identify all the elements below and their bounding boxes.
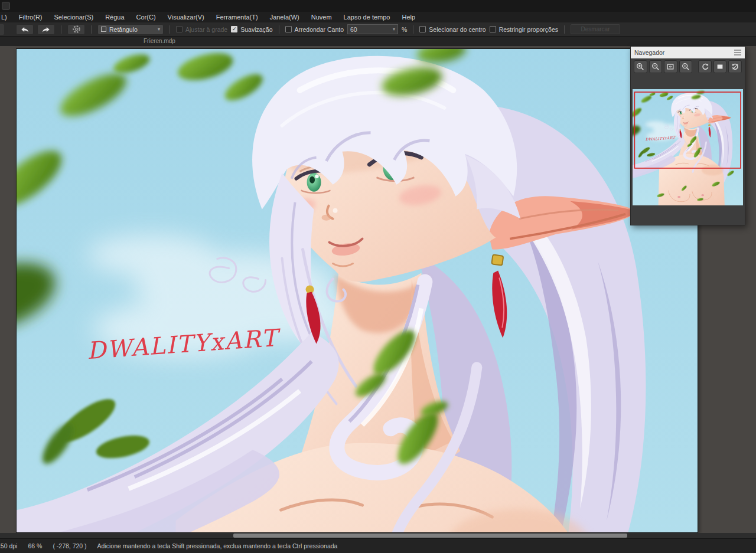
document-tab-strip: Frieren.mdp bbox=[0, 37, 756, 46]
nav-zoom-in-button[interactable] bbox=[634, 60, 647, 73]
keep-ratio-label: Restringir proporções bbox=[499, 26, 558, 33]
separator bbox=[91, 25, 92, 34]
navigator-toolbar bbox=[631, 58, 745, 75]
keep-ratio-checkbox[interactable] bbox=[490, 26, 496, 32]
menu-item-help[interactable]: Help bbox=[396, 12, 421, 22]
app-icon bbox=[2, 2, 10, 10]
navigator-thumbnail[interactable] bbox=[633, 89, 743, 205]
menu-item-regua[interactable]: Régua bbox=[99, 12, 130, 22]
undo-button[interactable] bbox=[16, 24, 34, 35]
separator bbox=[279, 25, 279, 34]
separator bbox=[564, 25, 565, 34]
horizontal-scrollbar-thumb[interactable] bbox=[233, 534, 627, 538]
reset-rotation-icon bbox=[731, 63, 739, 71]
deselect-button[interactable]: Desmarcar bbox=[571, 24, 620, 34]
zoom-in-icon bbox=[636, 63, 644, 71]
app-window: L) Filtro(R) Selecionar(S) Régua Cor(C) … bbox=[0, 0, 756, 553]
title-bar bbox=[0, 0, 756, 12]
nav-reset-rotation-button[interactable] bbox=[728, 60, 742, 73]
nav-zoom-out-button[interactable] bbox=[649, 60, 663, 73]
tool-settings-button[interactable] bbox=[67, 24, 85, 35]
menu-item-lapso-de-tempo[interactable]: Lapso de tempo bbox=[338, 12, 396, 22]
nav-rotate-left-button[interactable] bbox=[698, 60, 712, 73]
gear-icon bbox=[72, 25, 81, 34]
chevron-down-icon: ▾ bbox=[158, 27, 160, 32]
nav-actual-size-button[interactable] bbox=[679, 60, 693, 73]
selection-shape-value: Retângulo bbox=[109, 26, 138, 33]
menu-bar: L) Filtro(R) Selecionar(S) Régua Cor(C) … bbox=[0, 12, 756, 22]
rectangle-shape-icon bbox=[101, 27, 106, 32]
menu-item-nuvem[interactable]: Nuvem bbox=[305, 12, 338, 22]
round-corner-checkbox[interactable] bbox=[285, 26, 292, 32]
canvas-artwork bbox=[17, 49, 698, 533]
actual-size-icon bbox=[682, 63, 690, 71]
nav-fit-window-button[interactable] bbox=[664, 60, 677, 73]
menu-item-selecionar[interactable]: Selecionar(S) bbox=[48, 12, 100, 22]
flip-horizontal-icon bbox=[716, 63, 724, 71]
status-dpi: 150 dpi bbox=[0, 542, 17, 549]
percent-label: % bbox=[402, 26, 407, 33]
round-corner-label: Arredondar Canto bbox=[295, 26, 344, 33]
antialias-option[interactable]: ✓ Suavização bbox=[231, 26, 272, 33]
status-bar: 150 dpi 66 % ( -278, 720 ) Adicione mant… bbox=[0, 538, 756, 553]
snap-to-grid-label: Ajustar à grade bbox=[185, 26, 227, 33]
undo-icon bbox=[19, 25, 30, 34]
antialias-label: Suavização bbox=[240, 26, 272, 33]
select-from-center-label: Selecionar do centro bbox=[429, 26, 485, 33]
navigator-thumbnail-image bbox=[633, 89, 743, 205]
antialias-checkbox[interactable]: ✓ bbox=[231, 26, 237, 32]
navigator-panel: Navegador bbox=[630, 46, 745, 225]
horizontal-scrollbar[interactable] bbox=[0, 533, 756, 538]
status-zoom: 66 % bbox=[28, 542, 42, 549]
select-from-center-checkbox[interactable] bbox=[419, 26, 426, 32]
rotate-left-icon bbox=[701, 63, 709, 71]
status-coordinates: ( -278, 720 ) bbox=[53, 542, 86, 549]
redo-button[interactable] bbox=[37, 24, 55, 35]
document-tab[interactable]: Frieren.mdp bbox=[144, 38, 175, 44]
snap-to-grid-checkbox[interactable] bbox=[176, 26, 183, 32]
navigator-title-bar[interactable]: Navegador bbox=[631, 47, 745, 58]
menu-item-visualizar[interactable]: Visualizar(V) bbox=[162, 12, 210, 22]
round-corner-value-input[interactable]: 60 ▾ bbox=[347, 24, 398, 34]
menu-item-cor[interactable]: Cor(C) bbox=[131, 12, 162, 22]
keep-ratio-option[interactable]: Restringir proporções bbox=[490, 26, 558, 33]
canvas[interactable] bbox=[16, 48, 698, 533]
tool-options-bar: Retângulo ▾ Ajustar à grade ✓ Suavização… bbox=[0, 22, 756, 37]
separator bbox=[61, 25, 61, 34]
menu-item-janela[interactable]: Janela(W) bbox=[264, 12, 305, 22]
panel-menu-icon[interactable] bbox=[734, 50, 741, 55]
chevron-down-icon: ▾ bbox=[393, 27, 395, 32]
menu-item-ferramenta[interactable]: Ferramenta(T) bbox=[210, 12, 264, 22]
clipped-button[interactable] bbox=[0, 24, 4, 35]
redo-icon bbox=[41, 25, 51, 34]
select-from-center-option[interactable]: Selecionar do centro bbox=[419, 26, 485, 33]
zoom-out-icon bbox=[651, 63, 660, 71]
menu-item-camada-partial[interactable]: L) bbox=[0, 12, 13, 22]
round-corner-option[interactable]: Arredondar Canto bbox=[285, 26, 344, 33]
fit-window-icon bbox=[666, 63, 674, 71]
navigator-title: Navegador bbox=[634, 49, 664, 56]
separator bbox=[170, 25, 170, 34]
nav-flip-horizontal-button[interactable] bbox=[713, 60, 727, 73]
snap-to-grid-option[interactable]: Ajustar à grade bbox=[176, 26, 227, 33]
round-corner-value: 60 bbox=[350, 26, 357, 33]
selection-shape-dropdown[interactable]: Retângulo ▾ bbox=[97, 24, 164, 35]
separator bbox=[413, 25, 413, 34]
status-hint: Adicione mantendo a tecla Shift pression… bbox=[97, 542, 338, 549]
menu-item-filtro[interactable]: Filtro(R) bbox=[13, 12, 48, 22]
